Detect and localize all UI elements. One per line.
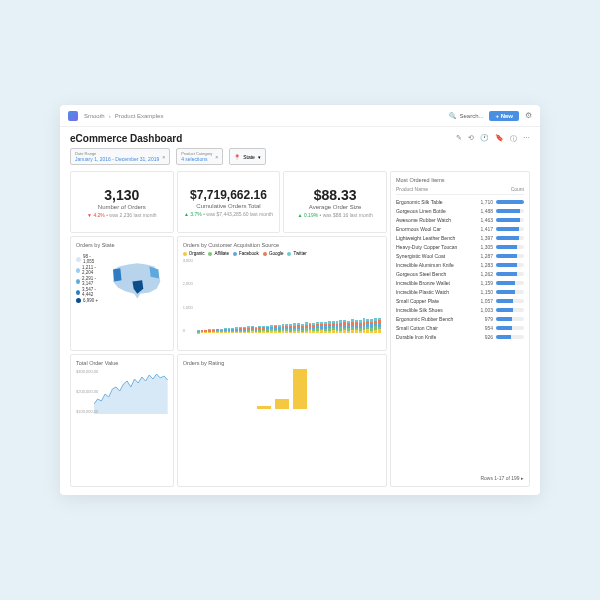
legend-item[interactable]: Google	[263, 251, 284, 256]
page-title: eCommerce Dashboard	[70, 133, 182, 144]
pagination[interactable]: Rows 1-17 of 199 ▸	[396, 472, 524, 481]
table-row[interactable]: Lightweight Leather Bench1,397	[396, 233, 524, 242]
legend-item[interactable]: Organic	[183, 251, 205, 256]
product-count: 1,287	[475, 253, 493, 259]
bar-column	[251, 326, 254, 333]
table-row[interactable]: Incredible Bronze Wallet1,159	[396, 278, 524, 287]
info-icon[interactable]: ⓘ	[510, 134, 517, 144]
table-row[interactable]: Incredible Silk Shoes1,003	[396, 305, 524, 314]
product-name: Ergonomic Silk Table	[396, 199, 472, 205]
filter-date-range[interactable]: Date Range January 1, 2016 - December 31…	[70, 148, 170, 165]
kpi-label: Number of Orders	[76, 204, 168, 210]
bar-column	[243, 327, 246, 333]
kpi-card-avg: $88.33 Average Order Size ▲ 0.19% • was …	[283, 171, 387, 233]
bar-column	[278, 325, 281, 333]
breadcrumb-item[interactable]: Product Examples	[115, 113, 164, 119]
sparkbar	[496, 272, 524, 276]
new-button[interactable]: + New	[489, 111, 519, 121]
chevron-down-icon: ▾	[258, 154, 261, 160]
clock-icon[interactable]: 🕐	[480, 134, 489, 144]
bar-column	[274, 325, 277, 333]
sparkbar	[496, 263, 524, 267]
legend-item[interactable]: Facebook	[233, 251, 259, 256]
bar-chart[interactable]	[183, 369, 381, 409]
line-chart[interactable]: $300,000.00$200,000.00$100,000.00	[76, 369, 168, 414]
product-count: 1,463	[475, 217, 493, 223]
us-map[interactable]	[107, 251, 168, 306]
sparkbar	[496, 236, 524, 240]
bar-column	[204, 330, 207, 333]
bar-column	[255, 327, 258, 333]
table-row[interactable]: Ergonomic Rubber Bench979	[396, 314, 524, 323]
search-input[interactable]: 🔍 Search...	[449, 112, 483, 119]
gear-icon[interactable]: ⚙	[525, 111, 532, 120]
product-name: Durable Iron Knife	[396, 334, 472, 340]
sparkbar	[496, 209, 524, 213]
table-row[interactable]: Heavy-Duty Copper Toucan1,305	[396, 242, 524, 251]
breadcrumb-item[interactable]: Smooth	[84, 113, 105, 119]
filter-product-category[interactable]: Product Category 4 selections ×	[176, 148, 223, 165]
product-name: Incredible Plastic Watch	[396, 289, 472, 295]
bar-column	[366, 319, 369, 333]
col-header: Product Name	[396, 186, 511, 192]
sparkbar	[496, 335, 524, 339]
table-row[interactable]: Small Cotton Chair954	[396, 323, 524, 332]
close-icon[interactable]: ×	[215, 154, 218, 160]
bar-column	[351, 319, 354, 333]
sparkbar	[496, 218, 524, 222]
table-row[interactable]: Ergonomic Silk Table1,710	[396, 197, 524, 206]
rating-bar	[275, 399, 289, 409]
page-header: eCommerce Dashboard ✎ ⟲ 🕐 🔖 ⓘ ⋯	[60, 127, 540, 148]
bar-column	[320, 322, 323, 333]
bookmark-icon[interactable]: 🔖	[495, 134, 504, 144]
refresh-icon[interactable]: ⟲	[468, 134, 474, 144]
product-name: Incredible Aluminum Knife	[396, 262, 472, 268]
product-count: 1,057	[475, 298, 493, 304]
filter-state[interactable]: 📍 State ▾	[229, 148, 266, 165]
bar-column	[374, 318, 377, 333]
table-row[interactable]: Incredible Plastic Watch1,150	[396, 287, 524, 296]
product-name: Small Cotton Chair	[396, 325, 472, 331]
table-row[interactable]: Gorgeous Steel Bench1,262	[396, 269, 524, 278]
product-count: 1,003	[475, 307, 493, 313]
table-row[interactable]: Durable Iron Knife926	[396, 332, 524, 341]
bar-column	[231, 328, 234, 333]
legend-item: 6,990 +	[76, 298, 103, 303]
more-icon[interactable]: ⋯	[523, 134, 530, 144]
kpi-value: $7,719,662.16	[183, 188, 275, 202]
most-ordered-card: Most Ordered Items Product Name Count Er…	[390, 171, 530, 487]
filter-bar: Date Range January 1, 2016 - December 31…	[60, 148, 540, 171]
table-row[interactable]: Awesome Rubber Watch1,463	[396, 215, 524, 224]
legend-item[interactable]: Affiliate	[208, 251, 229, 256]
stacked-bar-chart[interactable]: 3,0002,0001,0000	[183, 258, 381, 333]
kpi-card-orders: 3,130 Number of Orders ▼ 4.2% • was 2,23…	[70, 171, 174, 233]
bar-column	[247, 326, 250, 333]
product-name: Heavy-Duty Copper Toucan	[396, 244, 472, 250]
product-count: 979	[475, 316, 493, 322]
orders-by-source-card: Orders by Customer Acquisition Source Or…	[177, 236, 387, 351]
table-row[interactable]: Incredible Aluminum Knife1,283	[396, 260, 524, 269]
sparkbar	[496, 326, 524, 330]
product-count: 1,159	[475, 280, 493, 286]
bar-column	[324, 322, 327, 333]
bar-column	[262, 326, 265, 333]
bar-column	[266, 326, 269, 333]
bar-column	[332, 321, 335, 333]
table-row[interactable]: Enormous Wool Car1,417	[396, 224, 524, 233]
table-row[interactable]: Small Copper Plate1,057	[396, 296, 524, 305]
table-row[interactable]: Gorgeous Linen Bottle1,488	[396, 206, 524, 215]
sparkbar	[496, 317, 524, 321]
edit-icon[interactable]: ✎	[456, 134, 462, 144]
table-row[interactable]: Synergistic Wool Coat1,287	[396, 251, 524, 260]
card-title: Most Ordered Items	[396, 177, 524, 183]
sparkbar	[496, 299, 524, 303]
legend-item: 3,547 - 4,442	[76, 287, 103, 297]
kpi-delta: ▲ 0.19% • was $88.16 last month	[289, 212, 381, 218]
sparkbar	[496, 227, 524, 231]
logo-icon	[68, 111, 78, 121]
close-icon[interactable]: ×	[162, 154, 165, 160]
bar-column	[301, 324, 304, 333]
product-count: 1,397	[475, 235, 493, 241]
legend-item[interactable]: Twitter	[287, 251, 306, 256]
bar-column	[216, 329, 219, 333]
